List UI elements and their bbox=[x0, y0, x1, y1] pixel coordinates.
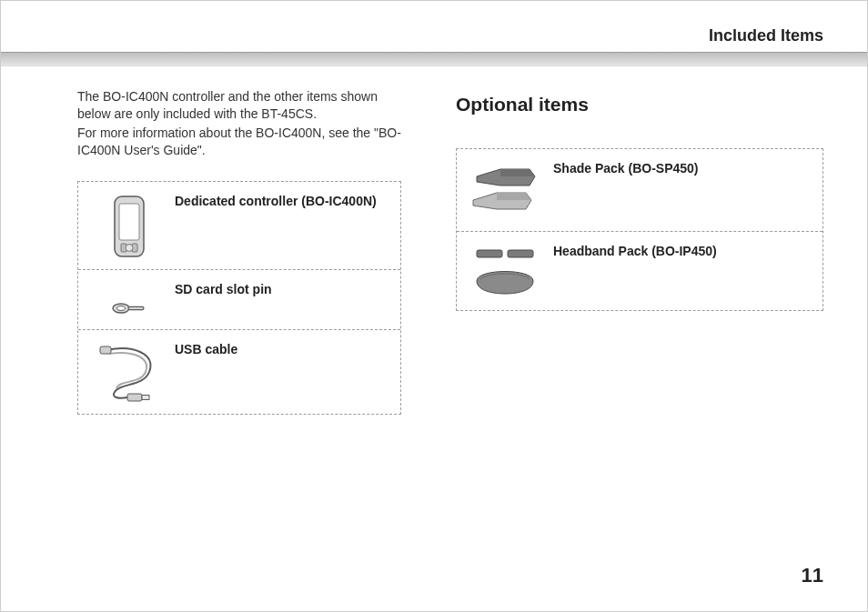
controller-icon bbox=[91, 193, 167, 258]
table-row: Shade Pack (BO-SP450) bbox=[457, 149, 823, 231]
table-row: SD card slot pin bbox=[78, 269, 400, 329]
item-label: Dedicated controller (BO-IC400N) bbox=[167, 193, 388, 210]
svg-rect-12 bbox=[508, 250, 533, 257]
item-label: USB cable bbox=[167, 341, 388, 358]
svg-rect-8 bbox=[100, 346, 111, 354]
svg-rect-9 bbox=[127, 394, 142, 401]
page-header-title: Included Items bbox=[709, 25, 823, 46]
item-label: Shade Pack (BO-SP450) bbox=[546, 160, 810, 177]
item-label: SD card slot pin bbox=[167, 281, 388, 298]
headband-pack-icon bbox=[469, 243, 546, 299]
shade-pack-icon bbox=[469, 160, 546, 220]
sd-pin-icon bbox=[91, 281, 167, 316]
optional-items-heading: Optional items bbox=[456, 92, 823, 117]
svg-point-4 bbox=[126, 244, 133, 251]
included-extras-table: Dedicated controller (BO-IC400N) SD card… bbox=[77, 181, 401, 415]
table-row: Headband Pack (BO-IP450) bbox=[457, 231, 823, 310]
svg-rect-11 bbox=[477, 250, 502, 257]
intro-paragraph-2: For more information about the BO-IC400N… bbox=[77, 125, 401, 159]
page-number: 11 bbox=[802, 562, 823, 589]
left-column: The BO-IC400N controller and the other i… bbox=[1, 88, 434, 557]
svg-rect-7 bbox=[128, 306, 144, 309]
usb-cable-icon bbox=[91, 341, 167, 403]
table-row: Dedicated controller (BO-IC400N) bbox=[78, 182, 400, 269]
content-columns: The BO-IC400N controller and the other i… bbox=[1, 88, 867, 557]
optional-items-table: Shade Pack (BO-SP450) Headband Pack (BO-… bbox=[456, 148, 823, 311]
page: Included Items The BO-IC400N controller … bbox=[0, 0, 868, 612]
svg-rect-10 bbox=[142, 395, 149, 399]
svg-point-6 bbox=[117, 306, 126, 310]
svg-rect-1 bbox=[119, 204, 139, 240]
intro-paragraph-1: The BO-IC400N controller and the other i… bbox=[77, 88, 401, 123]
item-label: Headband Pack (BO-IP450) bbox=[546, 243, 810, 260]
right-column: Optional items bbox=[434, 88, 867, 557]
header-band bbox=[1, 52, 867, 66]
table-row: USB cable bbox=[78, 329, 400, 414]
